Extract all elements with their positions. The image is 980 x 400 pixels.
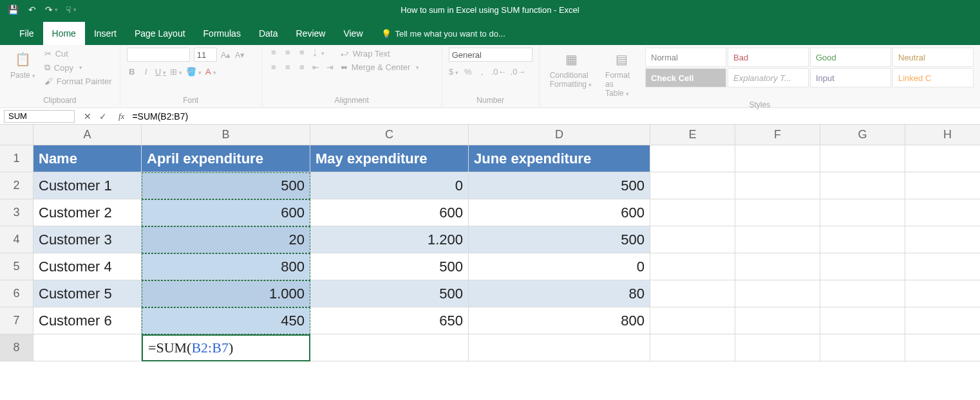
redo-icon[interactable]: ↷: [46, 5, 57, 15]
tell-me[interactable]: 💡 Tell me what you want to do...: [372, 23, 514, 45]
cell-B2[interactable]: 500: [142, 172, 310, 199]
enter-icon[interactable]: ✓: [99, 111, 107, 122]
formula-input[interactable]: [129, 110, 980, 123]
tab-page-layout[interactable]: Page Layout: [126, 22, 194, 45]
cell-H1[interactable]: [905, 145, 980, 172]
align-middle-icon[interactable]: ≡: [283, 48, 293, 57]
align-center-icon[interactable]: ≡: [283, 62, 293, 72]
decrease-decimal-icon[interactable]: .0→: [511, 67, 526, 77]
row-header-7[interactable]: 7: [0, 307, 33, 334]
cell-B8[interactable]: =SUM(B2:B7): [142, 334, 310, 361]
align-bottom-icon[interactable]: ≡: [297, 48, 307, 57]
row-header-8[interactable]: 8: [0, 334, 33, 361]
cell-E8[interactable]: [650, 334, 735, 361]
font-size-input[interactable]: [194, 48, 217, 62]
border-button[interactable]: ⊞: [170, 67, 182, 77]
font-color-button[interactable]: A: [205, 67, 216, 77]
align-left-icon[interactable]: ≡: [269, 62, 279, 72]
style-good[interactable]: Good: [810, 48, 891, 67]
cell-C1[interactable]: May expenditure: [310, 145, 469, 172]
comma-format-icon[interactable]: ,: [477, 67, 487, 77]
cell-D1[interactable]: June expenditure: [469, 145, 650, 172]
underline-button[interactable]: U: [155, 67, 166, 77]
col-header-A[interactable]: A: [33, 125, 142, 145]
cell-G8[interactable]: [820, 334, 905, 361]
tab-insert[interactable]: Insert: [85, 22, 126, 45]
worksheet-grid[interactable]: A B C D E F G H 1 Name April expenditure…: [0, 125, 980, 361]
tab-view[interactable]: View: [334, 22, 372, 45]
style-normal[interactable]: Normal: [645, 48, 726, 67]
style-neutral[interactable]: Neutral: [892, 48, 974, 67]
cell-C3[interactable]: 600: [310, 199, 469, 226]
cell-E6[interactable]: [650, 280, 735, 307]
row-header-4[interactable]: 4: [0, 226, 33, 253]
style-bad[interactable]: Bad: [728, 48, 809, 67]
cell-A2[interactable]: Customer 1: [33, 172, 142, 199]
col-header-H[interactable]: H: [905, 125, 980, 145]
cell-B4[interactable]: 20: [142, 226, 310, 253]
row-header-6[interactable]: 6: [0, 280, 33, 307]
cell-D4[interactable]: 500: [469, 226, 650, 253]
cell-E7[interactable]: [650, 307, 735, 334]
wrap-text-button[interactable]: ⮐Wrap Text: [339, 48, 421, 60]
cell-A4[interactable]: Customer 3: [33, 226, 142, 253]
cell-C7[interactable]: 650: [310, 307, 469, 334]
increase-decimal-icon[interactable]: .0←: [491, 67, 507, 77]
bold-button[interactable]: B: [127, 67, 137, 77]
align-right-icon[interactable]: ≡: [297, 62, 307, 72]
row-header-2[interactable]: 2: [0, 172, 33, 199]
number-format-select[interactable]: [449, 48, 532, 62]
cell-styles-gallery[interactable]: Normal Bad Good Neutral Check Cell Expla…: [645, 48, 974, 87]
cell-A6[interactable]: Customer 5: [33, 280, 142, 307]
percent-format-icon[interactable]: %: [463, 67, 473, 77]
cell-F1[interactable]: [735, 145, 820, 172]
cell-H4[interactable]: [905, 226, 980, 253]
cell-E2[interactable]: [650, 172, 735, 199]
cell-F3[interactable]: [735, 199, 820, 226]
style-input[interactable]: Input: [810, 68, 891, 87]
touchmode-icon[interactable]: ☟: [66, 5, 76, 15]
cell-D3[interactable]: 600: [469, 199, 650, 226]
select-all-corner[interactable]: [0, 125, 33, 145]
tab-home[interactable]: Home: [43, 22, 85, 45]
cell-G5[interactable]: [820, 253, 905, 280]
cell-H6[interactable]: [905, 280, 980, 307]
cell-A1[interactable]: Name: [33, 145, 142, 172]
cell-F4[interactable]: [735, 226, 820, 253]
accounting-format-icon[interactable]: $: [449, 67, 459, 77]
tab-formulas[interactable]: Formulas: [194, 22, 250, 45]
align-top-icon[interactable]: ≡: [269, 48, 279, 57]
row-header-5[interactable]: 5: [0, 253, 33, 280]
font-name-input[interactable]: [127, 48, 190, 62]
style-explanatory[interactable]: Explanatory T...: [728, 68, 809, 87]
cell-G2[interactable]: [820, 172, 905, 199]
cut-button[interactable]: ✂Cut: [43, 48, 113, 60]
cell-G4[interactable]: [820, 226, 905, 253]
cell-E4[interactable]: [650, 226, 735, 253]
increase-indent-icon[interactable]: ⇥: [325, 62, 335, 72]
col-header-G[interactable]: G: [820, 125, 905, 145]
cell-H7[interactable]: [905, 307, 980, 334]
col-header-B[interactable]: B: [142, 125, 310, 145]
cell-H3[interactable]: [905, 199, 980, 226]
cell-G6[interactable]: [820, 280, 905, 307]
cell-C8[interactable]: [310, 334, 469, 361]
cell-G3[interactable]: [820, 199, 905, 226]
cell-E5[interactable]: [650, 253, 735, 280]
cell-D6[interactable]: 80: [469, 280, 650, 307]
italic-button[interactable]: I: [141, 67, 151, 77]
style-check-cell[interactable]: Check Cell: [645, 68, 726, 87]
cell-D2[interactable]: 500: [469, 172, 650, 199]
cell-A3[interactable]: Customer 2: [33, 199, 142, 226]
cell-G7[interactable]: [820, 307, 905, 334]
col-header-F[interactable]: F: [735, 125, 820, 145]
cell-C4[interactable]: 1.200: [310, 226, 469, 253]
cell-F2[interactable]: [735, 172, 820, 199]
cell-D8[interactable]: [469, 334, 650, 361]
style-linked-cell[interactable]: Linked C: [892, 68, 974, 87]
fill-color-button[interactable]: 🪣: [186, 67, 202, 77]
copy-button[interactable]: ⧉Copy: [43, 61, 113, 74]
cell-E3[interactable]: [650, 199, 735, 226]
cell-F8[interactable]: [735, 334, 820, 361]
orientation-icon[interactable]: ⭭: [311, 48, 325, 57]
